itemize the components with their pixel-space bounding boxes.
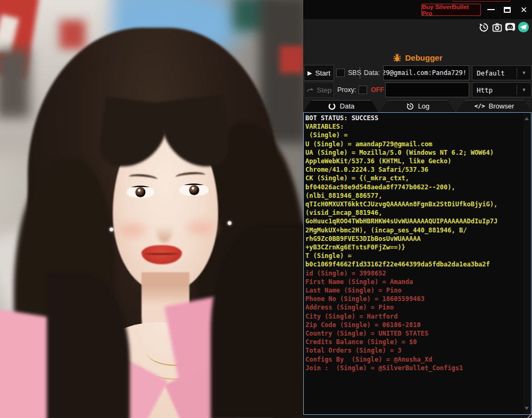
console-line: T (Single) = <box>305 252 522 260</box>
step-icon <box>306 87 314 93</box>
console-line: BOT STATUS: SUCCESS <box>305 114 522 122</box>
photo-eye-left <box>127 186 154 198</box>
console-line: Zip Code (Single) = 06106-2810 <box>305 321 522 329</box>
telegram-button[interactable] <box>518 21 529 33</box>
console-line: +yB3CZrnKg6ETstsF0FjZw==)} <box>305 243 522 252</box>
tab-data[interactable]: Data <box>303 100 379 112</box>
divider <box>360 67 360 79</box>
wallpaper-portrait-photo <box>0 0 303 418</box>
close-button[interactable]: × <box>516 0 532 19</box>
step-label: Step <box>317 86 332 94</box>
telegram-icon <box>518 21 529 33</box>
photo-eye-right <box>179 183 209 196</box>
chevron-down-icon: ▼ <box>517 87 531 93</box>
console-line: Phone No (Single) = 18605599463 <box>305 295 522 303</box>
console-line: First Name (Single) = Amanda <box>305 278 522 286</box>
start-label: Start <box>315 69 330 77</box>
data-label: Data: <box>364 69 380 77</box>
tab-browser-label: Browser <box>489 102 514 110</box>
debugger-title: Debugger <box>405 53 442 62</box>
screen: Buy SilverBullet Pro Buy SilverBullet Pr… <box>0 0 532 418</box>
data-tab-icon <box>328 102 336 111</box>
console-line: bf04026ac98e9d548aeda8f7747b0622--200), <box>305 183 522 191</box>
console-line: (nlbi_881946_886577, <box>305 191 522 200</box>
window-bottom-edge <box>303 415 532 418</box>
console-line: Configs By (Single) = @Anusha_Xd <box>305 355 522 364</box>
play-icon: ▶ <box>307 70 312 77</box>
photo-red-sign-small <box>60 20 85 49</box>
config-dropdown[interactable]: Default ▼ <box>472 65 531 80</box>
silverbullet-debugger-window: Buy SilverBullet Pro Buy SilverBullet Pr… <box>303 0 532 418</box>
tab-log-label: Log <box>418 102 430 110</box>
buy-silverbullet-pro-button[interactable]: Buy SilverBullet Pro <box>421 4 481 16</box>
console-line: Last Name (Single) = Pino <box>305 286 522 295</box>
tab-bar: Data Log </> Browser <box>303 100 532 112</box>
photo-blush <box>187 221 215 235</box>
config-dropdown-value: Default <box>472 69 517 77</box>
minimize-icon <box>487 9 495 10</box>
proxy-type-dropdown[interactable]: Http ▼ <box>472 82 531 97</box>
console-line: (visid_incap_881946, <box>305 208 522 217</box>
console-line: Join : (Single) = @SilverBullet_Configs1 <box>305 364 522 372</box>
code-icon: </> <box>475 103 485 110</box>
title-bar[interactable]: Buy SilverBullet Pro Buy SilverBullet Pr… <box>303 0 532 19</box>
history-button[interactable] <box>478 21 489 33</box>
console-line: (Single) = <box>305 131 522 139</box>
console-scrollbar[interactable] <box>523 113 530 414</box>
scroll-up-icon[interactable] <box>525 117 529 120</box>
minimize-button[interactable] <box>483 0 499 19</box>
log-history-icon <box>406 102 414 111</box>
console-line: GoHuuc1qROO4TWbHBRHKW4sUvWUAAAAAQUIPAAAA… <box>305 217 522 225</box>
proxy-label: Proxy: <box>337 86 356 94</box>
control-row-1: ▶ Start SBS Data: amandap729@gmail.com:P… <box>303 65 532 81</box>
photo-iris <box>189 185 199 195</box>
proxy-status-badge: OFF <box>371 86 384 94</box>
console-line: VARIABLES: <box>305 122 522 131</box>
scroll-down-icon[interactable] <box>525 407 529 410</box>
photo-iris <box>136 187 146 197</box>
discord-button[interactable] <box>504 21 516 33</box>
tab-browser[interactable]: </> Browser <box>456 100 532 112</box>
discord-icon <box>504 21 516 33</box>
control-row-2: Step Proxy: OFF Http ▼ <box>303 82 532 98</box>
data-input-value: amandap729@gmail.com:Panda729! <box>383 66 467 80</box>
step-button[interactable]: Step <box>304 82 334 98</box>
screenshot-button[interactable] <box>491 21 503 33</box>
console-line: CK (Single) = {(_mkra_ctxt, <box>305 174 522 182</box>
maximize-icon <box>504 7 511 13</box>
camera-icon <box>492 22 503 33</box>
sbs-checkbox[interactable] <box>336 69 345 77</box>
console-line: id (Single) = 3998652 <box>305 269 522 278</box>
photo-pedestrians <box>0 49 30 118</box>
photo-earring-left <box>110 228 113 231</box>
console-panel: BOT STATUS: SUCCESS VARIABLES: (Single) … <box>303 112 531 415</box>
console-line: City (Single) = Hartford <box>305 312 522 321</box>
maximize-button[interactable] <box>499 0 516 19</box>
tab-log[interactable]: Log <box>380 100 455 112</box>
photo-lip-line <box>145 253 179 255</box>
console-line: Total Orders (Single) = 3 <box>305 346 522 355</box>
console-line: Country (Single) = UNITED STATES <box>305 329 522 338</box>
console-line: AppleWebKit/537.36 (KHTML, like Gecko) <box>305 157 522 165</box>
console-output[interactable]: BOT STATUS: SUCCESS VARIABLES: (Single) … <box>305 114 522 413</box>
console-line: UA (Single) = Mozilla/5.0 (Windows NT 6.… <box>305 148 522 157</box>
proxy-input[interactable] <box>385 82 469 97</box>
photo-nose <box>156 215 172 243</box>
console-line: Address (Single) = Pino <box>305 303 522 312</box>
debugger-header: Debugger <box>303 51 532 64</box>
console-line: 2MgMukUX+bmc2H), (incap_ses_440_881946, … <box>305 226 522 235</box>
tab-data-label: Data <box>340 102 354 110</box>
bug-icon <box>393 53 402 62</box>
console-line: rhG9Zc0BB9FVE53DIbBosUvWUAAAAA <box>305 235 522 243</box>
proxy-type-value: Http <box>472 86 517 94</box>
console-line: U (Single) = amandap729@gmail.com <box>305 140 522 148</box>
start-button[interactable]: ▶ Start <box>304 65 334 81</box>
history-icon <box>478 22 489 33</box>
console-line: qTIcH0MXUXT6kktCJUzvgQAAAAAn8FgnBx2StDiU… <box>305 200 522 208</box>
photo-blush <box>118 223 146 237</box>
proxy-checkbox[interactable] <box>359 86 367 94</box>
data-input[interactable]: amandap729@gmail.com:Panda729! <box>383 65 469 80</box>
quick-toolbar <box>478 20 529 34</box>
console-line: b0c1069f4662f1d33162f22e464399da5fdba2da… <box>305 260 522 269</box>
console-line: Credits Balance (Single) = $0 <box>305 338 522 346</box>
